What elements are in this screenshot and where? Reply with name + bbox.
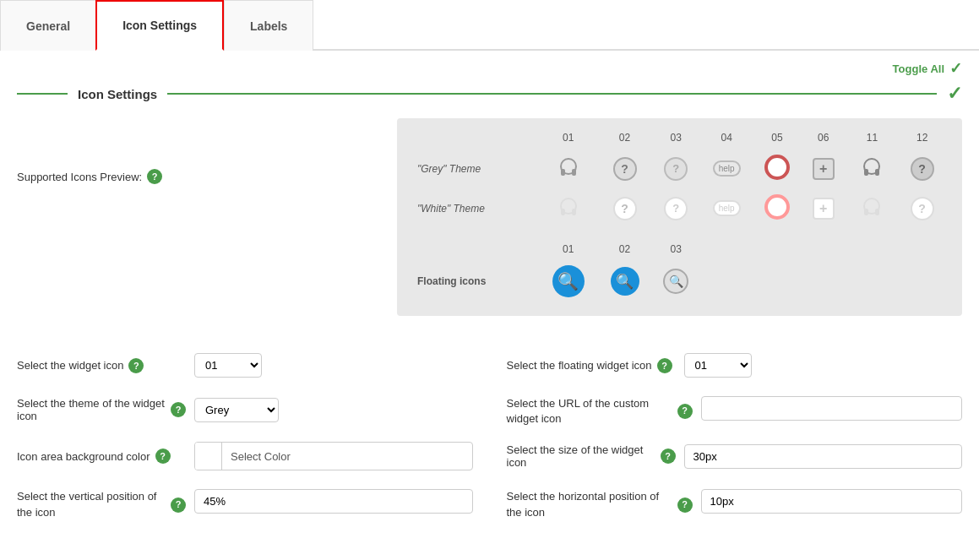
supported-icons-label: Supported Icons Preview: xyxy=(17,171,142,183)
white-icon-12: ? xyxy=(899,188,945,228)
white-icon-02: ? xyxy=(598,188,652,228)
grey-icon-04: help xyxy=(700,149,753,188)
widget-icon-select[interactable]: 01 02 03 04 05 06 11 12 xyxy=(194,353,262,378)
float-icon-02: 🔍 xyxy=(598,260,652,302)
floating-icon-select[interactable]: 01 02 03 xyxy=(684,353,752,378)
color-select-button[interactable]: Select Color xyxy=(194,442,473,470)
white-icon-11 xyxy=(846,188,900,228)
grey-icon-06: + xyxy=(802,149,846,188)
custom-url-help[interactable]: ? xyxy=(677,404,693,419)
svg-rect-11 xyxy=(875,209,879,215)
bg-color-row: Icon area background color ? Select Colo… xyxy=(17,442,473,470)
bg-color-help[interactable]: ? xyxy=(155,449,171,464)
col-header-11: 11 xyxy=(846,132,900,149)
white-help-tag: help xyxy=(713,200,741,216)
check-icon: ✓ xyxy=(949,59,962,78)
horizontal-pos-label: Select the horizontal position of the ic… xyxy=(507,489,693,519)
svg-rect-10 xyxy=(864,209,868,215)
float-header-row: 01 02 03 xyxy=(414,238,945,260)
white-icon-03: ? xyxy=(651,188,700,228)
section-line-left xyxy=(17,93,68,95)
float-icon-01: 🔍 xyxy=(539,260,598,302)
theme-help[interactable]: ? xyxy=(171,402,186,417)
white-icon-06: + xyxy=(802,188,846,228)
horizontal-pos-help[interactable]: ? xyxy=(677,497,693,513)
white-bubble-question: ? xyxy=(664,197,688,220)
floating-icon-control: 01 02 03 xyxy=(684,353,963,378)
col-header-04: 04 xyxy=(700,132,753,149)
tab-labels[interactable]: Labels xyxy=(224,0,313,51)
supported-icons-help-icon[interactable]: ? xyxy=(147,169,162,184)
theme-row: Select the theme of the widget icon ? Gr… xyxy=(17,393,473,427)
col-header-12: 12 xyxy=(899,132,945,149)
widget-icon-row: Select the widget icon ? 01 02 03 04 05 … xyxy=(17,353,473,378)
color-swatch xyxy=(195,443,222,470)
section-check-icon: ✓ xyxy=(947,83,962,105)
grey-icon-02: ? xyxy=(598,149,652,188)
grey-question-circle: ? xyxy=(613,157,637,181)
custom-url-input[interactable] xyxy=(701,396,963,421)
white-icon-04: help xyxy=(700,188,753,228)
horizontal-pos-row: Select the horizontal position of the ic… xyxy=(507,486,963,519)
vertical-pos-control xyxy=(194,489,473,514)
white-icon-01 xyxy=(539,188,598,228)
bg-color-control: Select Color xyxy=(194,442,473,470)
floating-icon-row: Select the floating widget icon ? 01 02 … xyxy=(507,353,963,378)
color-select-label: Select Color xyxy=(222,450,299,463)
vertical-pos-row: Select the vertical position of the icon… xyxy=(17,486,473,519)
widget-size-input[interactable] xyxy=(684,444,963,469)
grey-icon-12: ? xyxy=(899,149,945,188)
toggle-all-label: Toggle All xyxy=(893,63,944,75)
icon-preview-area: 01 02 03 04 05 06 11 12 "Grey" Theme xyxy=(397,118,962,316)
vertical-pos-input[interactable] xyxy=(194,489,473,514)
section-header: Icon Settings ✓ xyxy=(17,83,962,105)
preview-table: 01 02 03 04 05 06 11 12 "Grey" Theme xyxy=(414,132,945,302)
white-theme-row: "White" Theme ? xyxy=(414,188,945,228)
grey-icon-11 xyxy=(846,149,900,188)
theme-control: Grey White xyxy=(194,398,473,422)
theme-select[interactable]: Grey White xyxy=(194,398,279,422)
tab-icon-settings[interactable]: Icon Settings xyxy=(95,0,224,51)
grey-theme-label: "Grey" Theme xyxy=(414,149,539,188)
floating-icons-row: Floating icons 🔍 🔍 🔍 xyxy=(414,260,945,302)
svg-rect-5 xyxy=(875,169,879,176)
grey-theme-row: "Grey" Theme xyxy=(414,149,945,188)
white-question-circle: ? xyxy=(613,197,637,220)
col-header-05: 05 xyxy=(753,132,802,149)
float-col-03: 03 xyxy=(651,238,700,260)
custom-url-control xyxy=(701,396,963,421)
grey-help-tag: help xyxy=(713,160,741,177)
horizontal-pos-input[interactable] xyxy=(701,489,963,514)
grey-question-dark: ? xyxy=(911,157,934,181)
content-area: Toggle All ✓ Icon Settings ✓ Supported I… xyxy=(0,51,979,560)
bg-color-label: Icon area background color ? xyxy=(17,449,186,464)
widget-icon-control: 01 02 03 04 05 06 11 12 xyxy=(194,353,473,378)
tab-general[interactable]: General xyxy=(0,0,95,51)
horizontal-pos-control xyxy=(701,489,963,514)
svg-rect-2 xyxy=(572,169,576,176)
widget-size-help[interactable]: ? xyxy=(661,449,676,464)
grey-icon-01 xyxy=(539,149,598,188)
widget-icon-label: Select the widget icon ? xyxy=(17,358,186,373)
col-header-02: 02 xyxy=(598,132,652,149)
floating-icon-help[interactable]: ? xyxy=(657,358,672,373)
col-header-06: 06 xyxy=(802,132,846,149)
col-header-03: 03 xyxy=(651,132,700,149)
float-col-02: 02 xyxy=(598,238,652,260)
grey-icon-05 xyxy=(753,149,802,188)
col-header-01: 01 xyxy=(539,132,598,149)
form-section: Select the widget icon ? 01 02 03 04 05 … xyxy=(17,353,962,520)
white-icon-05 xyxy=(753,188,802,228)
theme-label: Select the theme of the widget icon ? xyxy=(17,397,186,422)
custom-url-row: Select the URL of the custom widget icon… xyxy=(507,393,963,427)
toggle-all-button[interactable]: Toggle All ✓ xyxy=(893,59,962,78)
white-theme-label: "White" Theme xyxy=(414,188,539,228)
section-line-right xyxy=(167,93,937,95)
custom-url-label: Select the URL of the custom widget icon… xyxy=(507,396,693,427)
grey-icon-03: ? xyxy=(651,149,700,188)
widget-size-label: Select the size of the widget icon ? xyxy=(507,443,676,469)
section-title: Icon Settings xyxy=(78,87,157,101)
tabs-bar: General Icon Settings Labels xyxy=(0,0,979,51)
vertical-pos-help[interactable]: ? xyxy=(171,497,186,513)
widget-icon-help[interactable]: ? xyxy=(128,358,144,373)
